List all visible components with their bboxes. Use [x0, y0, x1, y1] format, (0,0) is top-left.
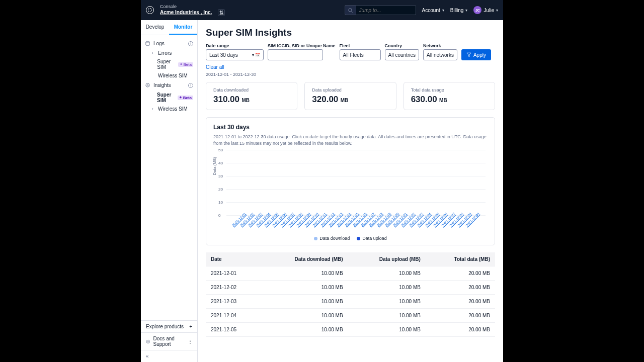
org-switcher[interactable]: Acme Industries , Inc. ⇅	[160, 9, 225, 16]
fleet-label: Fleet	[340, 43, 381, 48]
insights-icon	[145, 82, 150, 88]
topbar: Console Acme Industries , Inc. ⇅ Account…	[141, 0, 503, 20]
console-label: Console	[160, 4, 225, 10]
table-row[interactable]: 2021-12-0510.00 MB10.00 MB20.00 MB	[206, 323, 495, 337]
filter-icon	[466, 52, 471, 57]
nav-item[interactable]: Super SIM Beta	[141, 57, 197, 71]
table-row[interactable]: 2021-12-0110.00 MB10.00 MB20.00 MB	[206, 266, 495, 281]
metric-card: Data downloaded310.00 MB	[206, 82, 297, 110]
search-input[interactable]	[356, 5, 416, 15]
date-range-sub: 2021-12-01 - 2021-12-30	[206, 72, 495, 77]
account-menu[interactable]: Account▾	[422, 8, 444, 13]
y-axis-label: Data (MB)	[212, 157, 217, 175]
clear-all-button[interactable]: Clear all	[206, 64, 224, 70]
nav-item[interactable]: Super SIM Beta	[141, 90, 197, 105]
legend-download: Data download	[314, 236, 350, 241]
table-row[interactable]: 2021-12-0310.00 MB10.00 MB20.00 MB	[206, 295, 495, 309]
column-header: Date	[206, 252, 260, 266]
column-header: Total data (MB)	[426, 252, 495, 266]
svg-marker-8	[467, 53, 471, 57]
network-select[interactable]: All networks	[423, 49, 457, 60]
search-icon[interactable]	[345, 5, 356, 15]
nav-item[interactable]: Wireless SIM	[141, 71, 197, 80]
column-header: Data upload (MB)	[348, 252, 426, 266]
svg-point-5	[146, 83, 149, 87]
billing-menu[interactable]: Billing▾	[450, 8, 468, 13]
legend-upload: Data upload	[357, 236, 387, 241]
chevron-down-icon: ▾ 📅	[252, 53, 260, 57]
apply-button[interactable]: Apply	[461, 49, 491, 60]
nav-item[interactable]: ›Errors	[141, 49, 197, 57]
collapse-sidebar[interactable]: «	[141, 350, 197, 362]
filter-bar: Date range Last 30 days ▾ 📅 SIM ICCID, S…	[206, 43, 495, 70]
nav-insights[interactable]: Insights i	[141, 80, 197, 90]
chart-description: 2021-12-01 to 2022-12-30 data usage. Cli…	[213, 134, 488, 146]
sim-input[interactable]	[268, 49, 323, 60]
info-icon[interactable]: i	[188, 83, 193, 88]
lifebuoy-icon	[146, 339, 150, 344]
svg-line-1	[351, 11, 352, 12]
column-header: Data download (MB)	[260, 252, 348, 266]
logs-icon	[145, 41, 150, 46]
user-menu[interactable]: JC Julie▾	[473, 6, 498, 14]
date-range-label: Date range	[206, 43, 264, 48]
tab-monitor[interactable]: Monitor	[169, 20, 197, 35]
country-select[interactable]: All countries	[385, 49, 419, 60]
country-label: Country	[385, 43, 419, 48]
sim-label: SIM ICCID, SID or Unique Name	[268, 43, 336, 48]
info-icon[interactable]: i	[188, 41, 193, 46]
plus-icon: +	[189, 324, 192, 329]
docs-support[interactable]: Docs and Support ⋮	[141, 332, 197, 350]
metric-card: Total data usage630.00 MB	[404, 82, 495, 110]
page-title: Super SIM Insights	[206, 27, 495, 38]
nav-item[interactable]: ›Wireless SIM	[141, 105, 197, 113]
brand-logo-icon[interactable]	[146, 6, 154, 14]
svg-rect-2	[146, 42, 149, 45]
chart-title: Last 30 days	[213, 124, 488, 131]
svg-point-0	[348, 8, 351, 11]
tab-develop[interactable]: Develop	[141, 20, 169, 35]
explore-products[interactable]: Explore products +	[141, 320, 197, 332]
fleet-select[interactable]: All Fleets	[340, 49, 381, 60]
metric-card: Data uploaded320.00 MB	[304, 82, 396, 110]
usage-table: DateData download (MB)Data upload (MB)To…	[206, 252, 495, 337]
sidebar: Develop Monitor Logs i ›ErrorsSuper SIM …	[141, 20, 198, 362]
svg-point-6	[146, 340, 149, 343]
table-row[interactable]: 2021-12-0210.00 MB10.00 MB20.00 MB	[206, 281, 495, 295]
table-row[interactable]: 2021-12-0410.00 MB10.00 MB20.00 MB	[206, 309, 495, 323]
nav-logs[interactable]: Logs i	[141, 38, 197, 49]
date-range-select[interactable]: Last 30 days ▾ 📅	[206, 49, 264, 60]
svg-point-4	[147, 84, 148, 86]
org-switch-icon[interactable]: ⇅	[218, 9, 225, 16]
chart-panel: Last 30 days 2021-12-01 to 2022-12-30 da…	[206, 117, 495, 245]
svg-point-7	[147, 341, 149, 342]
more-icon[interactable]: ⋮	[188, 339, 192, 344]
network-label: Network	[423, 43, 457, 48]
avatar: JC	[473, 6, 481, 14]
x-axis-date-link[interactable]: 2021-12-30	[465, 220, 477, 232]
